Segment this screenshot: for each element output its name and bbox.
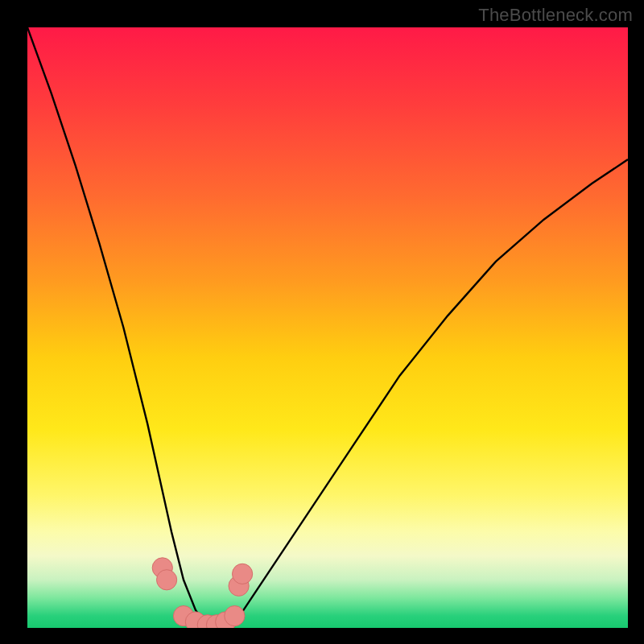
watermark-text: TheBottleneck.com [478, 5, 633, 26]
chart-frame: TheBottleneck.com [0, 0, 644, 644]
data-marker [157, 570, 177, 590]
bottleneck-curve [27, 27, 628, 628]
curve-layer [27, 27, 628, 628]
plot-area [27, 27, 628, 628]
marker-group [152, 558, 253, 628]
data-marker [225, 606, 245, 626]
data-marker [233, 564, 253, 584]
